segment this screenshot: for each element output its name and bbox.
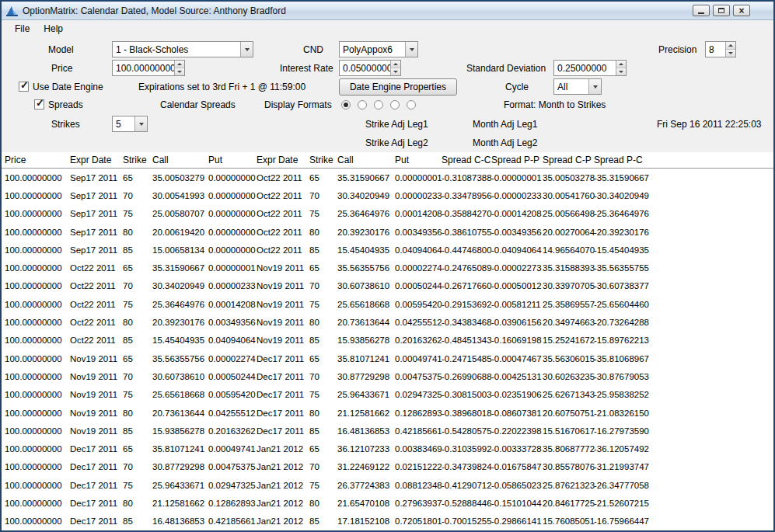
table-cell: Oct22 2011	[257, 209, 309, 218]
table-cell: 35.00503279	[152, 173, 208, 183]
spinner-down-icon[interactable]	[726, 50, 735, 57]
spinner-buttons	[725, 42, 735, 57]
table-cell: 65	[309, 173, 337, 183]
table-cell: -0.38610755	[442, 228, 491, 237]
table-row: 100.00000000Nov19 20118515.938562780.201…	[2, 422, 773, 440]
display-format-radio-3[interactable]	[374, 100, 383, 110]
display-format-radio-1[interactable]	[341, 100, 351, 110]
chevron-down-icon[interactable]	[134, 116, 147, 131]
strike-adj-leg2-label: Strike Adj Leg2	[365, 137, 428, 148]
table-cell: 25.00566498	[543, 209, 594, 218]
maximize-button[interactable]	[713, 5, 730, 16]
table-cell: -21.08326150	[594, 409, 664, 418]
table-cell: 0.00000233	[395, 191, 442, 200]
display-format-radio-2[interactable]	[358, 100, 367, 110]
table-cell: -0.48451343	[442, 336, 491, 345]
table-cell: 0.00000000	[208, 173, 257, 183]
table-cell: 0.72051801	[395, 516, 442, 526]
table-cell: Oct22 2011	[257, 191, 309, 200]
table-cell: -0.52888446	[442, 499, 491, 508]
table-cell: 25.62671343	[543, 390, 594, 399]
strikes-select[interactable]: 5	[112, 116, 148, 132]
table-cell: 85	[123, 245, 152, 255]
table-cell: 25.87621323	[543, 481, 594, 490]
table-row: 100.00000000Dec17 20118021.125816620.128…	[2, 494, 773, 512]
spinner-down-icon[interactable]	[391, 68, 400, 75]
table-cell: -15.89762213	[594, 336, 664, 345]
table-cell: -0.22022398	[491, 426, 543, 436]
spinner-up-icon[interactable]	[175, 61, 184, 68]
table-cell: 0.00000000	[208, 245, 257, 255]
table-cell: 100.00000000	[5, 462, 70, 471]
column-header: Spread P-C	[594, 155, 664, 165]
strikes-select-value: 5	[113, 116, 134, 131]
table-cell: 20.60750751	[543, 409, 594, 418]
table-cell: 65	[123, 263, 152, 273]
table-cell: 21.65470108	[337, 499, 395, 508]
table-cell: 14.96564070	[543, 245, 594, 255]
table-cell: 35.56306015	[543, 354, 594, 363]
cycle-select[interactable]: All	[553, 78, 602, 95]
table-cell: 20.00619420	[152, 228, 208, 237]
price-spinner[interactable]: 100.00000000	[112, 60, 185, 76]
chevron-down-icon[interactable]	[588, 79, 601, 94]
table-cell: Jan21 2012	[257, 499, 309, 508]
table-cell: 0.00475375	[208, 462, 257, 471]
table-cell: 100.00000000	[5, 263, 70, 273]
spinner-up-icon[interactable]	[391, 61, 400, 68]
table-cell: 100.00000000	[5, 281, 70, 290]
menu-file[interactable]: File	[8, 20, 37, 37]
spinner-up-icon[interactable]	[616, 61, 626, 68]
display-format-radio-5[interactable]	[407, 100, 416, 110]
spinner-up-icon[interactable]	[726, 42, 735, 50]
spinner-down-icon[interactable]	[616, 68, 626, 75]
cnd-select[interactable]: PolyAppox6	[339, 41, 418, 57]
table-cell: -0.54280575	[442, 426, 491, 436]
cycle-select-value: All	[554, 79, 588, 94]
table-cell: Oct22 2011	[257, 228, 309, 237]
table-cell: -25.65604460	[594, 300, 664, 309]
table-cell: Dec17 2011	[70, 444, 123, 454]
check-icon: ✓	[20, 79, 29, 91]
table-cell: 0.04255512	[395, 318, 442, 327]
table-cell: 30.00541760	[543, 191, 594, 200]
table-cell: Dec17 2011	[70, 499, 123, 508]
table-cell: Nov19 2011	[70, 372, 123, 381]
table-cell: Oct22 2011	[70, 300, 123, 309]
std-dev-spinner[interactable]: 0.25000000	[553, 60, 627, 76]
table-cell: 16.48136853	[152, 516, 208, 526]
chevron-down-icon[interactable]	[240, 42, 253, 57]
interest-rate-spinner[interactable]: 0.05000000	[339, 60, 401, 76]
table-cell: -0.00002273	[491, 263, 543, 273]
chevron-down-icon[interactable]	[405, 42, 417, 57]
table-cell: 35.81071241	[152, 444, 208, 454]
table-cell: 30.34020949	[337, 191, 395, 200]
table-cell: Jan21 2012	[257, 516, 309, 526]
spreads-checkbox[interactable]: ✓	[34, 99, 44, 110]
table-cell: Sep17 2011	[70, 245, 123, 255]
table-cell: -0.31035992	[442, 444, 491, 454]
table-cell: Nov19 2011	[257, 318, 309, 327]
display-format-radio-4[interactable]	[390, 100, 400, 110]
table-cell: 100.00000000	[5, 390, 70, 399]
table-cell: 20.73613644	[152, 409, 208, 418]
date-engine-properties-button[interactable]: Date Engine Properties	[339, 78, 457, 96]
table-row: 100.00000000Sep17 20118515.006581340.000…	[2, 241, 773, 259]
table-cell: -0.00000233	[491, 191, 543, 200]
table-cell: -30.60738377	[594, 281, 664, 290]
minimize-button[interactable]	[693, 5, 710, 16]
close-button[interactable]: ×	[733, 5, 750, 16]
window-controls: ×	[693, 5, 750, 16]
table-cell: 80	[123, 409, 152, 418]
table-cell: 35.56355756	[337, 263, 395, 273]
column-header: Strike	[123, 155, 152, 165]
use-date-engine-checkbox[interactable]: ✓	[19, 82, 29, 92]
titlebar[interactable]: OptionMatrix: Calendar Dated, Model Sour…	[2, 2, 773, 20]
table-cell: -26.34777058	[594, 481, 664, 490]
table-cell: 15.00658134	[152, 245, 208, 255]
menu-help[interactable]: Help	[37, 20, 70, 37]
precision-spinner[interactable]: 8	[705, 41, 736, 57]
spinner-down-icon[interactable]	[175, 68, 184, 75]
table-row: 100.00000000Sep17 20116535.005032790.000…	[2, 169, 773, 186]
model-select[interactable]: 1 - Black-Scholes	[112, 41, 253, 57]
